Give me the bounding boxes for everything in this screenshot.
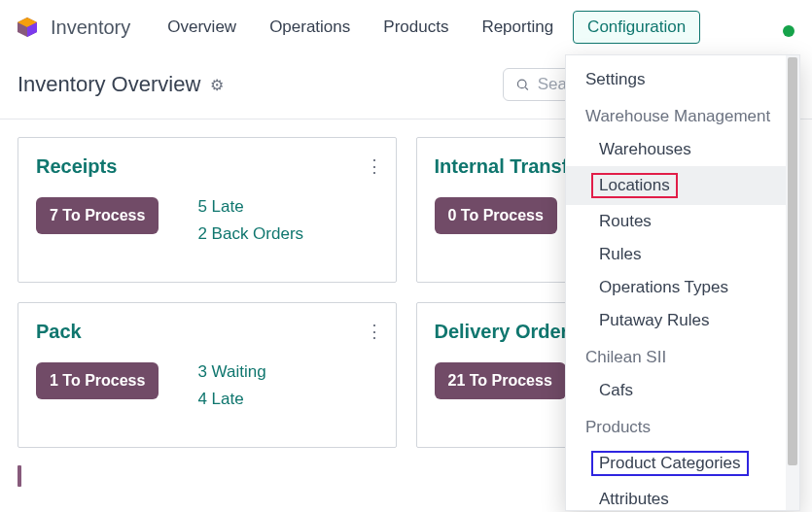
status-indicator-icon xyxy=(783,25,794,37)
pack-waiting-link[interactable]: 3 Waiting xyxy=(197,362,265,382)
nav-reporting[interactable]: Reporting xyxy=(468,12,567,43)
configuration-dropdown: Settings Warehouse Management Warehouses… xyxy=(565,54,800,511)
gear-icon[interactable]: ⚙ xyxy=(210,76,224,94)
card-title[interactable]: Receipts xyxy=(36,155,378,178)
menu-header-products: Products xyxy=(566,411,799,444)
app-logo-icon xyxy=(16,16,39,39)
nav-configuration[interactable]: Configuration xyxy=(573,11,700,44)
menu-rules[interactable]: Rules xyxy=(566,238,799,271)
search-icon xyxy=(515,77,530,92)
menu-locations-label: Locations xyxy=(591,173,678,198)
menu-product-categories[interactable]: Product Categories xyxy=(566,444,799,483)
internal-process-button[interactable]: 0 To Process xyxy=(435,197,557,234)
pack-process-button[interactable]: 1 To Process xyxy=(36,362,159,399)
menu-operations-types[interactable]: Operations Types xyxy=(566,271,799,304)
menu-locations[interactable]: Locations xyxy=(566,166,799,205)
menu-cafs[interactable]: Cafs xyxy=(566,374,799,407)
card-receipts: Receipts ⋮ 7 To Process 5 Late 2 Back Or… xyxy=(18,137,397,283)
menu-putaway-rules[interactable]: Putaway Rules xyxy=(566,304,799,337)
top-nav: Inventory Overview Operations Products R… xyxy=(0,0,812,54)
delivery-process-button[interactable]: 21 To Process xyxy=(435,362,566,399)
menu-header-warehouse: Warehouse Management xyxy=(566,100,799,133)
nav-operations[interactable]: Operations xyxy=(256,12,364,43)
receipts-late-link[interactable]: 5 Late xyxy=(197,197,303,217)
page-title: Inventory Overview xyxy=(18,72,200,97)
card-title[interactable]: Pack xyxy=(36,321,378,343)
kebab-icon[interactable]: ⋮ xyxy=(366,155,382,177)
svg-point-3 xyxy=(517,80,526,88)
menu-warehouses[interactable]: Warehouses xyxy=(566,133,799,166)
app-name: Inventory xyxy=(51,17,130,39)
menu-attributes[interactable]: Attributes xyxy=(566,483,799,511)
card-pack: Pack ⋮ 1 To Process 3 Waiting 4 Late xyxy=(18,302,397,448)
scrollbar-thumb[interactable] xyxy=(788,57,797,465)
menu-routes[interactable]: Routes xyxy=(566,205,799,238)
nav-products[interactable]: Products xyxy=(370,12,462,43)
menu-settings[interactable]: Settings xyxy=(566,63,799,96)
card-accent-bar xyxy=(18,465,21,487)
dropdown-scrollbar[interactable] xyxy=(786,55,799,510)
menu-header-chilean: Chilean SII xyxy=(566,341,799,374)
nav-overview[interactable]: Overview xyxy=(154,12,250,43)
receipts-backorders-link[interactable]: 2 Back Orders xyxy=(197,224,303,244)
pack-late-link[interactable]: 4 Late xyxy=(197,390,265,409)
receipts-process-button[interactable]: 7 To Process xyxy=(36,197,159,234)
kebab-icon[interactable]: ⋮ xyxy=(366,321,382,342)
menu-product-categories-label: Product Categories xyxy=(591,451,749,476)
svg-line-4 xyxy=(525,87,528,90)
